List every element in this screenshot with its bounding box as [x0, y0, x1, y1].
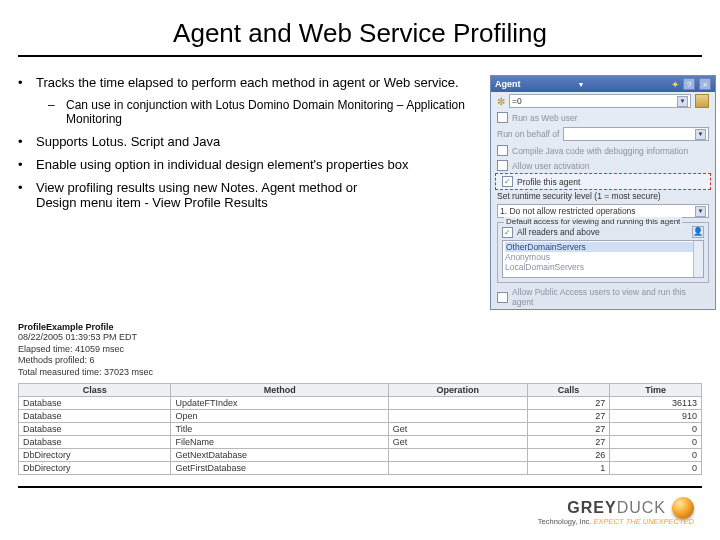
table-row: DatabaseUpdateFTIndex2736113 [19, 396, 702, 409]
checkbox-all-readers[interactable]: ✓ [502, 227, 513, 238]
slide-title: Agent and Web Service Profiling [0, 0, 720, 55]
close-button[interactable]: × [699, 78, 711, 90]
logo-duck: DUCK [617, 499, 666, 516]
col-time: Time [610, 383, 702, 396]
run-context-select[interactable]: =0 ▼ [509, 94, 691, 108]
checkbox-profile[interactable]: ✓ [502, 176, 513, 187]
bullet-4: View profiling results using new Notes. … [36, 180, 480, 210]
security-level-select[interactable]: 1. Do not allow restricted operations ▼ [497, 204, 709, 218]
chevron-down-icon: ▼ [695, 206, 706, 217]
readers-listbox[interactable]: OtherDomainServers Anonymous LocalDomain… [502, 240, 704, 278]
all-readers-label: All readers and above [517, 227, 600, 237]
profile-methods: Methods profiled: 6 [18, 355, 702, 367]
checkbox-debug[interactable] [497, 145, 508, 156]
chk-activation-label: Allow user activation [512, 161, 589, 171]
security-level-label: Set runtime security level (1 = most sec… [491, 191, 715, 201]
col-calls: Calls [527, 383, 609, 396]
profile-total: Total measured time: 37023 msec [18, 367, 702, 379]
logo-sub2: EXPECT THE UNEXPECTED [594, 517, 694, 526]
table-row: DatabaseOpen27910 [19, 409, 702, 422]
profile-table: Class Method Operation Calls Time Databa… [18, 383, 702, 475]
list-item[interactable]: LocalDomainServers [505, 262, 701, 272]
bullet-3: Enable using option in individual design… [36, 157, 480, 172]
scrollbar[interactable] [693, 241, 703, 277]
database-icon[interactable] [695, 94, 709, 108]
bullet-1: Tracks the time elapsed to perform each … [36, 75, 480, 90]
col-operation: Operation [388, 383, 527, 396]
table-row: DatabaseFileNameGet270 [19, 435, 702, 448]
bullet-2: Supports Lotus. Script and Java [36, 134, 480, 149]
help-button[interactable]: ? [683, 78, 695, 90]
bookmark-icon[interactable]: ✦ [671, 79, 679, 90]
person-icon[interactable]: 👤 [692, 226, 704, 238]
chevron-down-icon: ▼ [677, 96, 688, 107]
col-method: Method [171, 383, 388, 396]
run-web-user-row: Run as Web user [491, 110, 715, 125]
chk-profile-label: Profile this agent [517, 177, 580, 187]
profile-elapsed: Elapsed time: 41059 msec [18, 344, 702, 356]
logo-grey: GREY [567, 499, 616, 516]
panel-titlebar: Agent ▼ ✦ ? × [491, 76, 715, 92]
behalf-select[interactable]: ▼ [563, 127, 709, 141]
bottom-divider [18, 486, 702, 488]
checkbox-activation[interactable] [497, 160, 508, 171]
chk-debug-label: Compile Java code with debugging informa… [512, 146, 688, 156]
table-row: DatabaseTitleGet270 [19, 422, 702, 435]
panel-title: Agent [495, 79, 574, 89]
run-behalf-row: Run on behalf of ▼ [491, 125, 715, 143]
fieldset-legend: Default access for viewing and running t… [504, 217, 682, 226]
list-item[interactable]: Anonymous [505, 252, 701, 262]
profile-header: ProfileExample Profile [18, 322, 702, 332]
col-class: Class [19, 383, 171, 396]
list-item[interactable]: OtherDomainServers [505, 242, 701, 252]
dropdown-icon[interactable]: ▼ [578, 81, 585, 88]
profile-timestamp: 08/22/2005 01:39:53 PM EDT [18, 332, 702, 344]
logo-sub1: Technology, Inc. [538, 517, 592, 526]
table-row: DbDirectoryGetFirstDatabase10 [19, 461, 702, 474]
table-row: DbDirectoryGetNextDatabase260 [19, 448, 702, 461]
logo: GREYDUCK Technology, Inc. EXPECT THE UNE… [538, 497, 694, 526]
chk-public-label: Allow Public Access users to view and ru… [512, 287, 709, 307]
profile-output: ProfileExample Profile 08/22/2005 01:39:… [18, 322, 702, 475]
bullet-1-sub: Can use in conjunction with Lotus Domino… [66, 98, 480, 126]
bullet-list: •Tracks the time elapsed to perform each… [18, 75, 490, 310]
agent-properties-panel: Agent ▼ ✦ ? × ✼ =0 ▼ Run as Web user Run… [490, 75, 716, 310]
checkbox[interactable] [497, 112, 508, 123]
checkbox-public[interactable] [497, 292, 508, 303]
default-access-fieldset: Default access for viewing and running t… [497, 222, 709, 283]
logo-orb-icon [672, 497, 694, 519]
gear-icon: ✼ [497, 96, 505, 107]
